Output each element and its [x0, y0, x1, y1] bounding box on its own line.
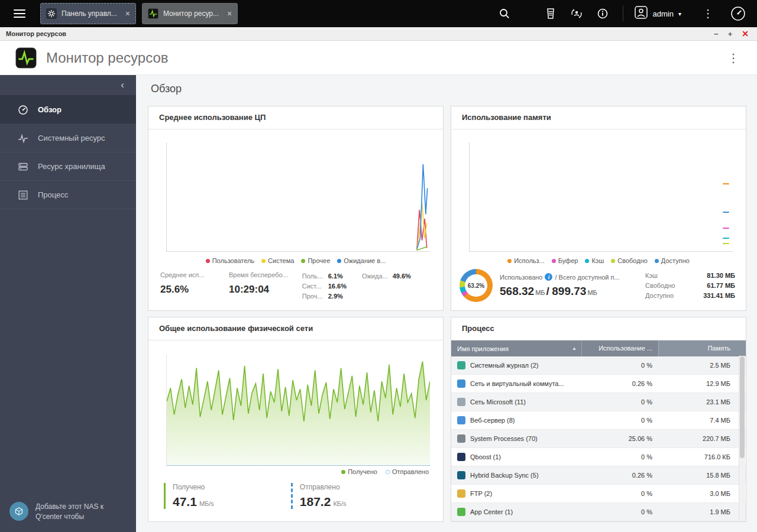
scrollbar-thumb[interactable] — [740, 356, 745, 458]
sidebar-item-storage-resource[interactable]: Ресурс хранилища — [0, 153, 136, 181]
avg-cpu-stat: Среднее исп... 25.6% — [160, 271, 215, 301]
resource-monitor-icon — [148, 8, 158, 19]
process-panel: Процесс Имя приложения ▲ Использование .… — [451, 317, 746, 522]
process-name: Сеть Microsoft (11) — [470, 398, 526, 406]
maximize-icon[interactable]: + — [728, 30, 733, 38]
memory-series-marker — [723, 212, 729, 213]
memory-usage-panel: Использование памяти Использ...БуферКэшС… — [451, 106, 746, 311]
close-tab-icon[interactable]: × — [224, 9, 232, 18]
tab-resource-monitor[interactable]: Монитор ресур... × — [142, 3, 238, 24]
panel-title: Использование памяти — [451, 106, 746, 129]
panel-title: Общее использование физической сети — [148, 317, 443, 340]
main-menu-button[interactable] — [0, 0, 39, 27]
process-memory: 3.0 МБ — [658, 490, 746, 497]
process-cpu: 0 % — [581, 490, 658, 497]
table-row[interactable]: Qboost (1)0 %716.0 КБ — [451, 448, 746, 466]
process-name: App Center (1) — [470, 508, 513, 515]
app-more-menu-icon[interactable]: ⋮ — [725, 51, 742, 65]
sidebar-item-process[interactable]: Процесс — [0, 181, 136, 209]
table-row[interactable]: FTP (2)0 %3.0 МБ — [451, 485, 746, 503]
cpu-breakdown: Поль...6.1% Сист...16.6% Проч...2.9% — [302, 271, 347, 301]
column-app-name[interactable]: Имя приложения ▲ — [451, 345, 581, 352]
remote-support-icon[interactable] — [564, 0, 590, 27]
hybrid-backup-sync-icon — [457, 471, 465, 479]
network-chart — [166, 355, 430, 466]
memory-legend: Использ...БуферКэшСвободноДоступно — [451, 257, 746, 264]
legend-dot-dotted — [386, 470, 390, 474]
legend-item: Буфер — [552, 257, 578, 264]
sidebar-item-system-resource[interactable]: Системный ресурс — [0, 124, 136, 153]
process-cpu: 0 % — [581, 453, 658, 460]
sidebar-item-label: Обзор — [38, 105, 62, 114]
process-name: Qboost (1) — [470, 453, 501, 460]
process-cpu: 0 % — [581, 508, 658, 515]
sidebar-item-overview[interactable]: Обзор — [0, 96, 136, 124]
table-row[interactable]: App Center (1)0 %1.9 МБ — [451, 503, 746, 521]
minimize-icon[interactable]: − — [714, 30, 719, 38]
ftp-icon — [457, 489, 465, 498]
sidebar-collapse-button[interactable]: ‹ — [0, 75, 136, 96]
qcenter-promo[interactable]: Добавьте этот NAS к Q'center чтобы — [9, 502, 125, 522]
tab-label: Монитор ресур... — [163, 9, 219, 18]
process-memory: 23.1 МБ — [658, 398, 746, 406]
memory-used-total: Использовано i / Всего доступной п... 56… — [500, 273, 620, 298]
legend-item: Использ... — [507, 257, 545, 264]
background-tasks-icon[interactable] — [538, 0, 564, 27]
sent-series-baseline — [167, 465, 430, 466]
table-row[interactable]: Hybrid Backup Sync (5)0.26 %15.8 МБ — [451, 466, 746, 485]
network-stats: Получено 47.1МБ/s Отправлено 187.2КБ/s — [148, 475, 443, 509]
legend-item: Прочее — [301, 257, 330, 264]
info-icon[interactable]: i — [545, 273, 552, 281]
cpu-legend: ПользовательСистемаПрочееОжидание в... — [148, 257, 443, 264]
memory-stats: 63.2% Использовано i / Всего доступной п… — [451, 264, 746, 302]
cpu-stats: Среднее исп... 25.6% Время бесперебо... … — [148, 264, 443, 301]
window-title: Монитор ресурсов — [6, 30, 66, 37]
close-tab-icon[interactable]: × — [122, 9, 130, 18]
table-row[interactable]: Веб-сервер (8)0 %7.4 МБ — [451, 411, 746, 430]
tab-control-panel[interactable]: Панель управл... × — [40, 3, 136, 24]
table-row[interactable]: Сеть Microsoft (11)0 %23.1 МБ — [451, 393, 746, 411]
page-title: Обзор — [151, 83, 182, 95]
table-row[interactable]: Сеть и виртуальный коммута...0.26 %12.9 … — [451, 375, 746, 393]
process-name: Системный журнал (2) — [470, 362, 538, 369]
more-options-icon[interactable]: ⋮ — [699, 0, 717, 27]
legend-dot — [585, 259, 589, 263]
legend-dot — [337, 259, 341, 263]
qcenter-cube-icon — [9, 502, 28, 521]
process-memory: 2.5 МБ — [658, 362, 746, 369]
search-icon[interactable] — [491, 0, 517, 27]
process-memory: 15.8 МБ — [658, 472, 746, 479]
process-table-body: Системный журнал (2)0 %2.5 МБСеть и вирт… — [451, 356, 746, 521]
panel-title: Процесс — [451, 317, 746, 340]
close-icon[interactable]: ✕ — [742, 30, 749, 38]
table-row[interactable]: Системный журнал (2)0 %2.5 МБ — [451, 356, 746, 375]
network-usage-panel: Общее использование физической сети Полу… — [148, 317, 444, 522]
scrollbar[interactable] — [739, 356, 745, 520]
memory-used-percent: 63.2% — [468, 283, 484, 289]
divider — [623, 6, 623, 21]
memory-series-marker — [723, 183, 729, 184]
user-icon — [634, 5, 648, 22]
process-name: Сеть и виртуальный коммута... — [470, 380, 564, 387]
memory-series-marker — [723, 243, 729, 244]
storage-resource-icon — [18, 161, 28, 172]
dashboard-icon[interactable] — [725, 0, 751, 27]
info-circle-icon[interactable] — [590, 0, 616, 27]
resource-monitor-app-icon — [15, 47, 37, 69]
process-cpu: 25.06 % — [581, 435, 658, 442]
system-log-icon — [457, 361, 465, 369]
gear-icon — [46, 8, 57, 19]
web-server-icon — [457, 416, 465, 424]
process-memory: 7.4 МБ — [658, 417, 746, 424]
column-memory[interactable]: Память — [658, 340, 746, 356]
table-row[interactable]: System Processes (70)25.06 %220.7 МБ — [451, 430, 746, 448]
cpu-iowait: Ожида...49.6% — [362, 271, 411, 301]
sidebar-item-label: Процесс — [38, 190, 68, 199]
process-icon — [18, 190, 28, 200]
legend-item: Доступно — [655, 257, 690, 264]
user-menu[interactable]: admin ▾ — [630, 5, 685, 22]
legend-dot — [507, 259, 512, 263]
column-cpu-usage[interactable]: Использование ... — [581, 340, 658, 356]
topbar-actions: admin ▾ ⋮ — [491, 0, 757, 27]
process-cpu: 0 % — [581, 362, 658, 369]
